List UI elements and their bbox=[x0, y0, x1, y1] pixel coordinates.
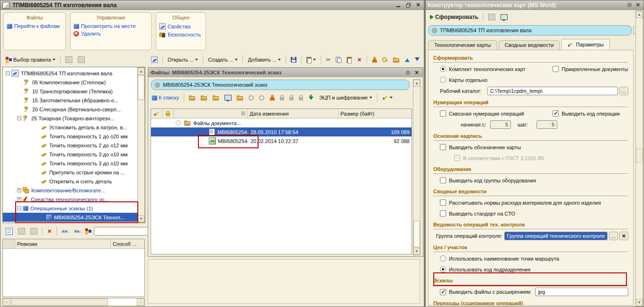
control-group-input[interactable]: Группа операций технического контроля bbox=[504, 232, 608, 240]
folder-add-button[interactable] bbox=[199, 94, 209, 101]
close-panel-button[interactable] bbox=[413, 69, 420, 76]
scrollbar-thumb[interactable] bbox=[413, 221, 420, 247]
user-button[interactable] bbox=[370, 56, 378, 63]
radio-department-code[interactable] bbox=[440, 266, 446, 272]
lock3-button[interactable] bbox=[297, 94, 304, 101]
close-button[interactable] bbox=[414, 2, 422, 9]
move-up-button[interactable] bbox=[403, 55, 411, 64]
checkbox-sto-standard[interactable] bbox=[440, 210, 446, 217]
minimize-button[interactable] bbox=[394, 2, 402, 9]
scroll-up-button[interactable]: ▲ bbox=[636, 11, 643, 18]
checkbox-operation-code[interactable] bbox=[553, 110, 559, 117]
files-panel-header[interactable]: Файлы: MBI6805254-25ЭСК Технологический … bbox=[148, 68, 423, 77]
tree-item-transition[interactable]: Точить поверхность 1 до о20 мм bbox=[3, 132, 145, 141]
settings-check-button[interactable] bbox=[499, 13, 509, 21]
lock-column-header[interactable] bbox=[162, 109, 174, 118]
save-button[interactable] bbox=[289, 56, 298, 63]
checkout-button[interactable] bbox=[247, 94, 255, 101]
extension-input[interactable]: jpg bbox=[535, 288, 628, 296]
copy-button[interactable] bbox=[334, 56, 343, 63]
paste-button[interactable] bbox=[345, 56, 353, 64]
expand-expander-icon[interactable] bbox=[17, 188, 21, 192]
tree-item-transition[interactable]: Установить деталь в патрон, в... bbox=[3, 123, 145, 132]
copy-special-button[interactable] bbox=[305, 56, 317, 64]
tree-item-transition[interactable]: Открепить и снять деталь bbox=[3, 177, 145, 186]
tree-item-transition[interactable]: Притупить острые кромки на ... bbox=[3, 168, 145, 177]
constructor-titlebar[interactable]: Конструктор технологических карт (MS Wor… bbox=[426, 0, 644, 10]
tree-item-operation[interactable]: 20 Слесарная (Вертикально-сверл... bbox=[3, 105, 145, 114]
pin-icon[interactable] bbox=[406, 71, 410, 75]
scrollbar-thumb[interactable] bbox=[138, 75, 144, 100]
workspace-button[interactable] bbox=[150, 55, 159, 64]
checkbox-files-extension[interactable] bbox=[440, 289, 446, 295]
tab-tech-cards[interactable]: Технологические карты bbox=[428, 40, 497, 50]
workdir-ellipsis-button[interactable]: ... bbox=[619, 87, 628, 95]
pin-icon[interactable] bbox=[627, 3, 632, 7]
date-column-header[interactable]: Дата изменения bbox=[248, 109, 339, 118]
scroll-up-button[interactable]: ▲ bbox=[138, 68, 144, 75]
scroll-up-button[interactable]: ▲ bbox=[413, 80, 420, 87]
delete-button[interactable] bbox=[356, 56, 363, 64]
edit-menu-button[interactable] bbox=[381, 94, 394, 101]
lock2-button[interactable] bbox=[288, 94, 295, 101]
open-button[interactable]: Открыть ... bbox=[166, 56, 199, 63]
move-down-button[interactable] bbox=[413, 55, 421, 64]
tree-item-tooling[interactable]: Средства технологического ос... bbox=[3, 195, 145, 204]
security-button[interactable]: Безопасность bbox=[159, 31, 203, 38]
scrollbar-thumb[interactable] bbox=[636, 148, 643, 163]
tree-item-transition[interactable]: Точить поверхность 3 до о10 мм bbox=[3, 159, 145, 168]
view-in-place-button[interactable]: Просмотреть на месте bbox=[73, 22, 148, 30]
radio-complete-set[interactable] bbox=[440, 66, 446, 72]
expand-all-button[interactable] bbox=[17, 227, 27, 235]
revisions-column-header[interactable]: Ревизии bbox=[15, 239, 111, 248]
step-input[interactable]: 5 bbox=[537, 120, 557, 129]
checkbox-material-norms[interactable] bbox=[440, 199, 446, 206]
collapse-expander-icon[interactable] bbox=[17, 116, 21, 120]
constructor-scrollbar[interactable]: ▲ ▼ bbox=[635, 10, 643, 307]
link-button[interactable] bbox=[381, 56, 389, 63]
checkbox-equipment-group-code[interactable] bbox=[440, 177, 446, 183]
folder-upload-button[interactable] bbox=[211, 94, 221, 101]
folder-button[interactable] bbox=[392, 56, 401, 63]
method-column-header[interactable]: Способ ... bbox=[111, 239, 144, 248]
scrollbar-thumb[interactable] bbox=[11, 298, 108, 306]
main-window-titlebar[interactable]: ТПМВI6805254 ТП изготовления вала bbox=[0, 0, 424, 10]
checkbox-attached-docs[interactable] bbox=[553, 66, 559, 72]
delete-row-button[interactable] bbox=[46, 227, 53, 235]
scroll-right-button[interactable]: › bbox=[137, 298, 144, 306]
tree-item-root[interactable]: ТПМВI6805254 ТП изготовления вала bbox=[3, 69, 145, 78]
close-button[interactable] bbox=[634, 2, 642, 9]
checkin-button[interactable] bbox=[258, 94, 266, 101]
scroll-down-button[interactable]: ▼ bbox=[636, 299, 643, 306]
scroll-left-button[interactable]: ‹ bbox=[3, 298, 10, 306]
tree-item-sketches[interactable]: Операционные эскизы (1) bbox=[3, 204, 145, 213]
tree-item-sketch-selected[interactable]: МВI6805254-25ЭСК Технол... bbox=[3, 213, 145, 222]
tree-item-operation[interactable]: 10 Транспортирование (Тележка) bbox=[3, 87, 145, 96]
checkbox-card-designation[interactable] bbox=[440, 144, 446, 150]
to-list-button[interactable]: К списку bbox=[150, 94, 180, 101]
signature-menu-button[interactable]: ЭЦП и шифрование bbox=[318, 94, 374, 101]
go-to-files-button[interactable]: Перейти к файлам bbox=[7, 22, 63, 30]
lock-button[interactable] bbox=[278, 94, 286, 101]
tree-item-operation[interactable]: 05 Комплектование (Стеллаж) bbox=[3, 78, 145, 87]
name-column-header[interactable] bbox=[174, 109, 248, 118]
generate-button[interactable]: Сформировать bbox=[429, 13, 480, 21]
file-row-selected[interactable]: MBI6805254-25... 28.05.2010 17:58:54 109… bbox=[151, 127, 411, 136]
delete-button[interactable]: Удалить bbox=[73, 30, 148, 37]
checkbox-through-numbering[interactable] bbox=[440, 110, 446, 117]
file-row-folder[interactable]: Файлы документа... bbox=[151, 118, 411, 127]
open-result-button[interactable] bbox=[487, 13, 497, 21]
start-input[interactable]: 5 bbox=[490, 120, 511, 129]
cut-button[interactable] bbox=[324, 55, 332, 64]
tree-item-operation[interactable]: 25 Токарная (Токарно-винторезн... bbox=[3, 114, 145, 123]
revisions-hscrollbar[interactable]: ‹ › bbox=[2, 298, 145, 306]
create-button[interactable]: Создать ... bbox=[206, 56, 239, 63]
restore-button[interactable] bbox=[404, 2, 412, 9]
tree-view-button[interactable] bbox=[4, 227, 14, 236]
folder-delete-button[interactable] bbox=[235, 94, 245, 101]
tree-item-group[interactable]: Комплектование/Вспомогате... bbox=[3, 186, 145, 195]
edit-column-header[interactable] bbox=[151, 109, 162, 118]
tree-item-transition[interactable]: Точить поверхность 2 до о12 мм bbox=[3, 141, 145, 150]
tab-parameters[interactable]: Параметры bbox=[561, 39, 610, 50]
expand-branch-button[interactable] bbox=[64, 55, 74, 64]
